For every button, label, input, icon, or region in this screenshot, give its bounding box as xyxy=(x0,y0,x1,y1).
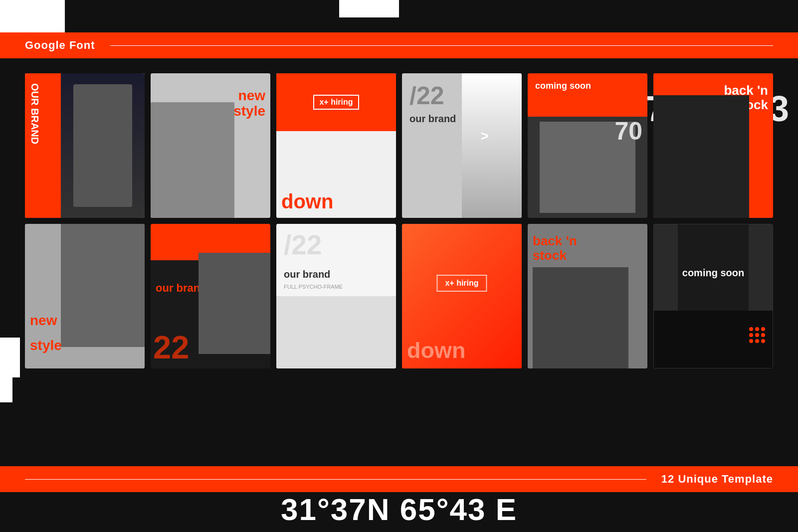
person-silhouette xyxy=(73,84,132,207)
template-card-11[interactable]: back 'nstock xyxy=(528,224,647,368)
template-grid: our brand 22 newstyle x+ hiring down xyxy=(25,73,773,368)
card-inner-8: our brand 22 xyxy=(151,224,270,368)
card-photo xyxy=(61,73,145,218)
card-photo-7 xyxy=(61,224,145,347)
dot-2 xyxy=(755,327,759,331)
template-card-6[interactable]: back 'nstock xyxy=(653,73,773,218)
card-inner-7: new style xyxy=(25,224,145,368)
template-card-12[interactable]: coming soon xyxy=(653,224,773,368)
card-slash-22-9: /22 xyxy=(284,231,322,259)
template-card-10[interactable]: x+ hiring down xyxy=(402,224,522,368)
template-card-2[interactable]: newstyle xyxy=(151,73,270,218)
dot-5 xyxy=(755,333,759,337)
dot-3 xyxy=(761,327,765,331)
header-title: Google Font xyxy=(25,39,95,52)
card-coming-soon-12: coming soon xyxy=(682,267,744,279)
card-slash-22: /22 xyxy=(409,83,444,108)
header-bar: Google Font xyxy=(0,32,798,58)
card-our-brand-4: our brand xyxy=(409,113,456,125)
template-card-1[interactable]: our brand 22 xyxy=(25,73,145,218)
card-photo-2 xyxy=(151,102,234,218)
top-block-left xyxy=(0,0,65,32)
dot-9 xyxy=(761,339,765,343)
card-brand-text: our brand xyxy=(29,83,40,144)
dot-1 xyxy=(749,327,753,331)
card-photo-8 xyxy=(199,253,270,354)
coord-bottom: 31°37N 65°43 E xyxy=(281,492,517,527)
card-inner-9: /22 our brand FULL PSYCHO-FRAME xyxy=(276,224,396,368)
dot-6 xyxy=(761,333,765,337)
template-card-5[interactable]: coming soon 70 xyxy=(528,73,647,218)
dot-7 xyxy=(749,339,753,343)
dot-4 xyxy=(749,333,753,337)
card-coming-soon: coming soon xyxy=(535,81,591,91)
card-num-22-8: 22 xyxy=(153,329,189,366)
template-card-3[interactable]: x+ hiring down xyxy=(276,73,396,218)
card-photo-4 xyxy=(462,73,522,218)
card-top-red: x+ hiring xyxy=(276,73,396,131)
card-photo-9 xyxy=(276,296,396,368)
card-back-stock-11: back 'nstock xyxy=(533,234,577,262)
card-inner-4: /22 our brand xyxy=(402,73,522,218)
nav-arrow[interactable]: > xyxy=(481,128,489,144)
orange-dots xyxy=(749,327,765,343)
hiring-box: x+ hiring xyxy=(313,95,359,110)
dot-8 xyxy=(755,339,759,343)
template-card-4[interactable]: /22 our brand xyxy=(402,73,522,218)
card-inner-2: newstyle xyxy=(151,73,270,218)
card-inner-5: coming soon 70 xyxy=(528,73,647,218)
bottom-line xyxy=(25,479,646,480)
header-line xyxy=(110,45,773,46)
top-decoration xyxy=(0,0,798,32)
card-inner-3: x+ hiring down xyxy=(276,73,396,218)
card-inner-1: our brand 22 xyxy=(25,73,145,218)
card-inner-6: back 'nstock xyxy=(653,73,773,218)
card-num-70: 70 xyxy=(614,117,642,146)
card-new-7: new xyxy=(30,313,57,329)
top-block-center xyxy=(339,0,399,17)
left-block-2 xyxy=(0,377,12,402)
card-inner-11: back 'nstock xyxy=(528,224,647,368)
bottom-bar: 12 Unique Template xyxy=(0,466,798,492)
card-new-style: newstyle xyxy=(233,88,265,119)
card-down-10: down xyxy=(407,338,465,363)
card-number: 22 xyxy=(29,183,62,213)
card-inner-12: coming soon xyxy=(653,224,773,368)
card-our-brand-9: our brand xyxy=(284,269,330,280)
left-block-1 xyxy=(0,338,20,377)
card-inner-10: x+ hiring down xyxy=(402,224,522,368)
template-card-7[interactable]: new style xyxy=(25,224,145,368)
card-down-text: down xyxy=(281,190,333,213)
bottom-title: 12 Unique Template xyxy=(661,473,773,486)
card-style-7: style xyxy=(30,338,62,354)
template-card-9[interactable]: /22 our brand FULL PSYCHO-FRAME xyxy=(276,224,396,368)
main-area: 31°37N 65°43 > our brand 22 newstyle xyxy=(0,58,798,532)
card-photo-6 xyxy=(653,95,749,218)
card-photo-11 xyxy=(533,267,628,368)
template-card-8[interactable]: our brand 22 xyxy=(151,224,270,368)
card-hiring-10: x+ hiring xyxy=(436,275,487,292)
card-sub-9: FULL PSYCHO-FRAME xyxy=(284,284,343,290)
